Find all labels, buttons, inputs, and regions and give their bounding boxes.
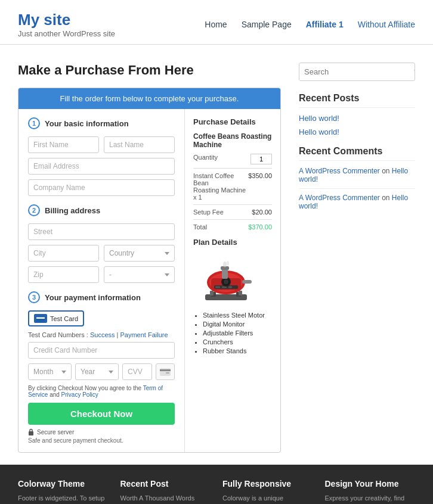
svg-rect-5 xyxy=(29,431,33,435)
billing-section: 2 Billing address Country xyxy=(28,204,175,283)
footer-col-2: Recent Post Worth A Thousand Words Categ… xyxy=(120,479,211,504)
svg-rect-19 xyxy=(242,280,252,284)
test-card-label: Test Card Numbers : xyxy=(28,331,88,338)
city-input[interactable] xyxy=(28,245,99,262)
footer-col-4-title: Design Your Home xyxy=(325,479,416,489)
svg-rect-1 xyxy=(36,317,45,319)
feature-item: Rubber Stands xyxy=(203,347,272,354)
sidebar: Recent Posts Hello world! Hello world! R… xyxy=(299,63,415,453)
email-input[interactable] xyxy=(28,158,175,175)
nav-without-affiliate[interactable]: Without Affiliate xyxy=(358,20,415,29)
section-num-3: 3 xyxy=(28,291,40,303)
footer-col-3-text: Colorway is a unique responsive WordPres… xyxy=(222,493,313,504)
cc-row xyxy=(28,342,175,359)
payment-section: 3 Your payment information Test Card xyxy=(28,291,175,444)
nav-home[interactable]: Home xyxy=(205,20,227,29)
state-select[interactable]: - xyxy=(104,266,175,283)
svg-rect-4 xyxy=(166,372,169,374)
cvv-icon xyxy=(156,363,175,380)
feature-list: Stainless Steel Motor Digital Monitor Ad… xyxy=(193,312,272,354)
last-name-input[interactable] xyxy=(104,136,175,153)
basic-info-header: 1 Your basic information xyxy=(28,117,175,129)
card-method-label: Test Card xyxy=(50,315,78,322)
country-select[interactable]: Country xyxy=(104,245,175,262)
test-card-links: Test Card Numbers : Success | Payment Fa… xyxy=(28,331,175,338)
total-row: Total $370.00 xyxy=(193,223,272,231)
commenter-1[interactable]: A WordPress Commenter xyxy=(299,167,380,175)
search-input[interactable] xyxy=(299,63,409,80)
privacy-link[interactable]: Privacy Policy xyxy=(61,391,98,398)
cvv-input[interactable] xyxy=(122,363,152,380)
post-link-2[interactable]: Hello world! xyxy=(299,127,415,136)
main-nav: Home Sample Page Affiliate 1 Without Aff… xyxy=(205,20,415,29)
svg-rect-3 xyxy=(160,369,171,371)
zip-input[interactable] xyxy=(28,266,99,283)
svg-rect-13 xyxy=(215,287,220,288)
comment-row-1: A WordPress Commenter on Hello world! xyxy=(299,167,415,189)
first-name-input[interactable] xyxy=(28,136,99,153)
company-input[interactable] xyxy=(28,179,175,196)
safe-text: Safe and secure payment checkout. xyxy=(28,437,175,444)
quantity-input[interactable] xyxy=(250,154,272,164)
instant-sub: Roasting Machine x 1 xyxy=(193,186,248,201)
plan-details-title: Plan Details xyxy=(193,238,272,247)
card-body: 1 Your basic information xyxy=(18,109,280,452)
card-header: Fill the order form below to complete yo… xyxy=(18,88,280,109)
product-name: Coffee Beans Roasting Machine xyxy=(193,132,272,149)
street-input[interactable] xyxy=(28,223,175,240)
setup-label: Setup Fee xyxy=(193,209,224,216)
instant-row: Instant Coffee Bean Roasting Machine x 1… xyxy=(193,172,272,201)
payment-label: Your payment information xyxy=(45,293,141,302)
footer-post-link-1[interactable]: Worth A Thousand Words xyxy=(120,493,211,504)
commenter-2[interactable]: A WordPress Commenter xyxy=(299,194,380,202)
footer-col-1-text: Footer is widgetized. To setup the foote… xyxy=(18,493,109,504)
name-row xyxy=(28,136,175,153)
feature-item: Adjustable Filters xyxy=(203,329,272,337)
zip-state-row: - xyxy=(28,266,175,283)
footer-col-3-title: Fully Responsive xyxy=(222,479,313,489)
search-icon xyxy=(414,67,415,75)
card-icon xyxy=(34,314,47,323)
street-row xyxy=(28,223,175,240)
footer-col-3: Fully Responsive Colorway is a unique re… xyxy=(222,479,313,504)
credit-card-input[interactable] xyxy=(28,342,175,359)
instant-label: Instant Coffee Bean xyxy=(193,172,248,186)
feature-item: Crunchers xyxy=(203,338,272,346)
site-branding: My site Just another WordPress site xyxy=(18,11,115,38)
instant-price: $350.00 xyxy=(248,172,272,201)
terms-text: By clicking Checkout Now you agree to th… xyxy=(28,385,175,398)
coffee-roaster-image xyxy=(193,251,259,305)
content-area: Make a Purchase From Here Fill the order… xyxy=(18,63,281,453)
footer-col-4-text: Express your creativity, find Inspiratio… xyxy=(325,493,416,504)
purchase-card: Fill the order form below to complete yo… xyxy=(18,88,281,453)
footer-col-4: Design Your Home Express your creativity… xyxy=(325,479,416,504)
post-link-1[interactable]: Hello world! xyxy=(299,114,415,123)
secure-label: Secure server xyxy=(37,429,74,435)
comment-row-2: A WordPress Commenter on Hello world! xyxy=(299,194,415,215)
footer-col-1: Colorway Theme Footer is widgetized. To … xyxy=(18,479,109,504)
feature-item: Stainless Steel Motor xyxy=(203,312,272,319)
nav-affiliate1[interactable]: Affiliate 1 xyxy=(306,20,344,29)
nav-sample-page[interactable]: Sample Page xyxy=(242,20,292,29)
city-country-row: Country xyxy=(28,245,175,262)
recent-posts-title: Recent Posts xyxy=(299,93,415,108)
right-col: Purchase Details Coffee Beans Roasting M… xyxy=(185,109,280,452)
search-button[interactable] xyxy=(409,63,415,80)
total-value: $370.00 xyxy=(248,223,272,231)
test-card-failure[interactable]: Payment Failure xyxy=(120,331,168,338)
on-text-1: on xyxy=(382,167,392,175)
footer-col-2-title: Recent Post xyxy=(120,479,211,489)
test-card-success[interactable]: Success xyxy=(90,331,115,338)
quantity-row: Quantity xyxy=(193,154,272,164)
secure-row: Secure server xyxy=(28,428,175,435)
setup-price: $20.00 xyxy=(252,209,272,216)
svg-rect-2 xyxy=(160,368,171,376)
svg-rect-24 xyxy=(210,291,214,295)
quantity-label: Quantity xyxy=(193,154,218,164)
card-method[interactable]: Test Card xyxy=(28,310,84,326)
year-select[interactable]: Year xyxy=(75,363,119,380)
month-select[interactable]: Month xyxy=(28,363,72,380)
page-title: Make a Purchase From Here xyxy=(18,63,281,78)
checkout-button[interactable]: Checkout Now xyxy=(28,403,175,425)
search-box xyxy=(299,63,415,81)
